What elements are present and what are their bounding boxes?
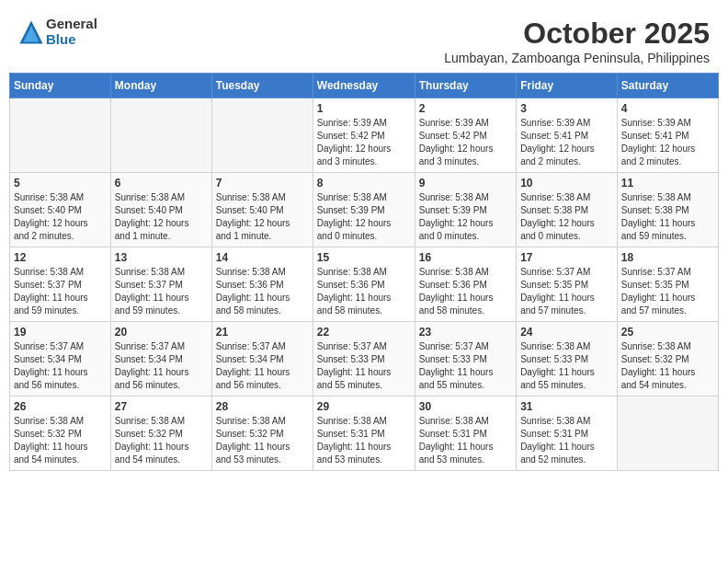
- day-info: Sunrise: 5:38 AM Sunset: 5:38 PM Dayligh…: [520, 191, 613, 243]
- day-number: 22: [317, 326, 411, 339]
- title-area: October 2025 Lumbayan, Zamboanga Peninsu…: [444, 17, 710, 65]
- day-info: Sunrise: 5:39 AM Sunset: 5:41 PM Dayligh…: [520, 117, 613, 168]
- day-info: Sunrise: 5:38 AM Sunset: 5:37 PM Dayligh…: [115, 266, 208, 317]
- calendar-cell: 19Sunrise: 5:37 AM Sunset: 5:34 PM Dayli…: [10, 322, 111, 396]
- calendar-cell: 15Sunrise: 5:38 AM Sunset: 5:36 PM Dayli…: [313, 247, 415, 322]
- day-number: 3: [520, 102, 613, 115]
- calendar-cell: 26Sunrise: 5:38 AM Sunset: 5:32 PM Dayli…: [10, 396, 111, 471]
- calendar-cell: 8Sunrise: 5:38 AM Sunset: 5:39 PM Daylig…: [313, 173, 415, 247]
- day-info: Sunrise: 5:39 AM Sunset: 5:42 PM Dayligh…: [317, 117, 411, 168]
- day-info: Sunrise: 5:38 AM Sunset: 5:39 PM Dayligh…: [317, 191, 411, 243]
- day-info: Sunrise: 5:37 AM Sunset: 5:34 PM Dayligh…: [14, 340, 107, 392]
- day-number: 16: [419, 251, 512, 264]
- day-info: Sunrise: 5:38 AM Sunset: 5:39 PM Dayligh…: [419, 191, 512, 243]
- day-info: Sunrise: 5:38 AM Sunset: 5:40 PM Dayligh…: [14, 191, 107, 243]
- calendar-cell: 11Sunrise: 5:38 AM Sunset: 5:38 PM Dayli…: [617, 173, 718, 247]
- calendar-cell: [110, 98, 211, 173]
- day-info: Sunrise: 5:38 AM Sunset: 5:31 PM Dayligh…: [419, 415, 512, 466]
- day-info: Sunrise: 5:38 AM Sunset: 5:32 PM Dayligh…: [115, 415, 208, 466]
- day-info: Sunrise: 5:38 AM Sunset: 5:40 PM Dayligh…: [216, 191, 309, 243]
- calendar-cell: 20Sunrise: 5:37 AM Sunset: 5:34 PM Dayli…: [110, 322, 211, 396]
- calendar-cell: 22Sunrise: 5:37 AM Sunset: 5:33 PM Dayli…: [313, 322, 415, 396]
- day-info: Sunrise: 5:38 AM Sunset: 5:32 PM Dayligh…: [621, 340, 714, 392]
- day-info: Sunrise: 5:38 AM Sunset: 5:32 PM Dayligh…: [216, 415, 309, 466]
- day-number: 19: [14, 326, 107, 339]
- day-info: Sunrise: 5:38 AM Sunset: 5:31 PM Dayligh…: [520, 415, 613, 466]
- day-number: 14: [216, 251, 309, 264]
- page-header: General Blue October 2025 Lumbayan, Zamb…: [9, 9, 719, 69]
- calendar-cell: 6Sunrise: 5:38 AM Sunset: 5:40 PM Daylig…: [110, 173, 211, 247]
- day-number: 17: [520, 251, 613, 264]
- calendar-cell: 4Sunrise: 5:39 AM Sunset: 5:41 PM Daylig…: [617, 98, 718, 173]
- day-info: Sunrise: 5:38 AM Sunset: 5:33 PM Dayligh…: [520, 340, 613, 392]
- day-info: Sunrise: 5:38 AM Sunset: 5:38 PM Dayligh…: [621, 191, 714, 243]
- calendar-cell: 10Sunrise: 5:38 AM Sunset: 5:38 PM Dayli…: [517, 173, 618, 247]
- day-info: Sunrise: 5:38 AM Sunset: 5:36 PM Dayligh…: [317, 266, 411, 317]
- day-number: 28: [216, 400, 309, 413]
- calendar-cell: [211, 98, 313, 173]
- day-info: Sunrise: 5:39 AM Sunset: 5:41 PM Dayligh…: [621, 117, 714, 168]
- day-info: Sunrise: 5:37 AM Sunset: 5:34 PM Dayligh…: [216, 340, 309, 392]
- calendar-cell: 29Sunrise: 5:38 AM Sunset: 5:31 PM Dayli…: [313, 396, 415, 471]
- logo: General Blue: [18, 17, 97, 47]
- calendar-cell: 25Sunrise: 5:38 AM Sunset: 5:32 PM Dayli…: [617, 322, 718, 396]
- day-number: 31: [520, 400, 613, 413]
- calendar-cell: [10, 98, 111, 173]
- day-number: 13: [115, 251, 208, 264]
- weekday-header: Wednesday: [313, 74, 415, 98]
- day-info: Sunrise: 5:38 AM Sunset: 5:32 PM Dayligh…: [14, 415, 107, 466]
- day-number: 21: [216, 326, 309, 339]
- location-title: Lumbayan, Zamboanga Peninsula, Philippin…: [444, 51, 710, 65]
- calendar-cell: 28Sunrise: 5:38 AM Sunset: 5:32 PM Dayli…: [211, 396, 313, 471]
- day-number: 7: [216, 177, 309, 190]
- day-info: Sunrise: 5:38 AM Sunset: 5:40 PM Dayligh…: [115, 191, 208, 243]
- day-number: 1: [317, 102, 411, 115]
- day-number: 29: [317, 400, 411, 413]
- calendar-cell: 13Sunrise: 5:38 AM Sunset: 5:37 PM Dayli…: [110, 247, 211, 322]
- day-number: 20: [115, 326, 208, 339]
- day-number: 24: [520, 326, 613, 339]
- day-number: 11: [621, 177, 714, 190]
- day-number: 18: [621, 251, 714, 264]
- day-info: Sunrise: 5:39 AM Sunset: 5:42 PM Dayligh…: [419, 117, 512, 168]
- calendar-cell: [617, 396, 718, 471]
- day-number: 25: [621, 326, 714, 339]
- calendar-cell: 3Sunrise: 5:39 AM Sunset: 5:41 PM Daylig…: [517, 98, 618, 173]
- calendar-cell: 7Sunrise: 5:38 AM Sunset: 5:40 PM Daylig…: [211, 173, 313, 247]
- calendar-cell: 1Sunrise: 5:39 AM Sunset: 5:42 PM Daylig…: [313, 98, 415, 173]
- day-number: 15: [317, 251, 411, 264]
- day-number: 4: [621, 102, 714, 115]
- calendar-week-row: 5Sunrise: 5:38 AM Sunset: 5:40 PM Daylig…: [10, 173, 719, 247]
- weekday-header: Friday: [517, 74, 618, 98]
- calendar-cell: 5Sunrise: 5:38 AM Sunset: 5:40 PM Daylig…: [10, 173, 111, 247]
- day-number: 26: [14, 400, 107, 413]
- logo-general-text: General: [46, 17, 97, 32]
- day-number: 9: [419, 177, 512, 190]
- day-number: 8: [317, 177, 411, 190]
- weekday-header: Thursday: [415, 74, 516, 98]
- month-title: October 2025: [444, 17, 710, 51]
- day-number: 6: [115, 177, 208, 190]
- day-info: Sunrise: 5:37 AM Sunset: 5:35 PM Dayligh…: [621, 266, 714, 317]
- day-info: Sunrise: 5:37 AM Sunset: 5:33 PM Dayligh…: [419, 340, 512, 392]
- day-info: Sunrise: 5:37 AM Sunset: 5:33 PM Dayligh…: [317, 340, 411, 392]
- weekday-header: Tuesday: [211, 74, 313, 98]
- calendar-cell: 2Sunrise: 5:39 AM Sunset: 5:42 PM Daylig…: [415, 98, 516, 173]
- calendar-cell: 24Sunrise: 5:38 AM Sunset: 5:33 PM Dayli…: [517, 322, 618, 396]
- calendar-cell: 23Sunrise: 5:37 AM Sunset: 5:33 PM Dayli…: [415, 322, 516, 396]
- calendar-week-row: 26Sunrise: 5:38 AM Sunset: 5:32 PM Dayli…: [10, 396, 719, 471]
- calendar-header-row: SundayMondayTuesdayWednesdayThursdayFrid…: [10, 74, 719, 98]
- weekday-header: Saturday: [617, 74, 718, 98]
- calendar-cell: 31Sunrise: 5:38 AM Sunset: 5:31 PM Dayli…: [517, 396, 618, 471]
- calendar-cell: 21Sunrise: 5:37 AM Sunset: 5:34 PM Dayli…: [211, 322, 313, 396]
- calendar-cell: 18Sunrise: 5:37 AM Sunset: 5:35 PM Dayli…: [617, 247, 718, 322]
- weekday-header: Sunday: [10, 74, 111, 98]
- calendar-cell: 27Sunrise: 5:38 AM Sunset: 5:32 PM Dayli…: [110, 396, 211, 471]
- day-info: Sunrise: 5:37 AM Sunset: 5:34 PM Dayligh…: [115, 340, 208, 392]
- calendar-cell: 9Sunrise: 5:38 AM Sunset: 5:39 PM Daylig…: [415, 173, 516, 247]
- calendar-cell: 30Sunrise: 5:38 AM Sunset: 5:31 PM Dayli…: [415, 396, 516, 471]
- calendar-week-row: 19Sunrise: 5:37 AM Sunset: 5:34 PM Dayli…: [10, 322, 719, 396]
- calendar-cell: 16Sunrise: 5:38 AM Sunset: 5:36 PM Dayli…: [415, 247, 516, 322]
- day-number: 5: [14, 177, 107, 190]
- calendar-week-row: 1Sunrise: 5:39 AM Sunset: 5:42 PM Daylig…: [10, 98, 719, 173]
